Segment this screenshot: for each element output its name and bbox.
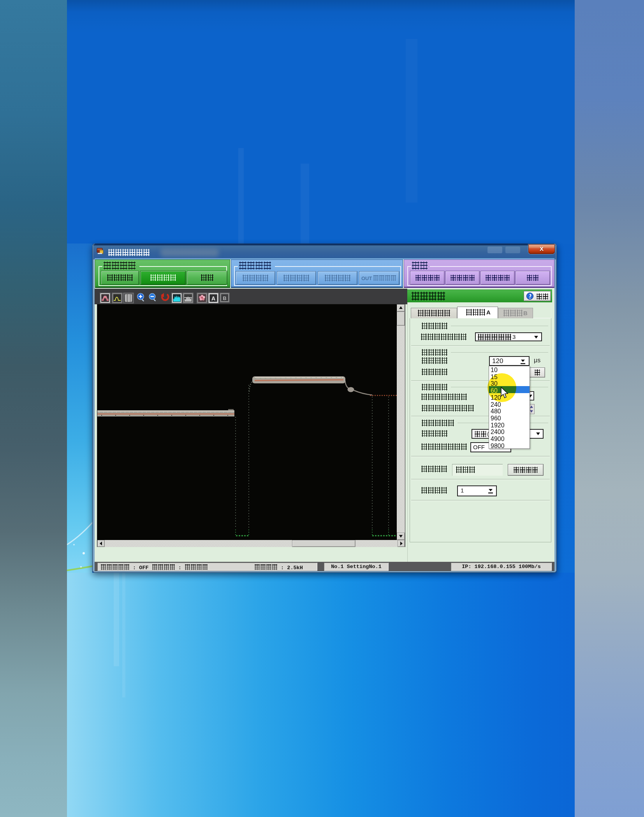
svg-text:B: B [223,295,226,301]
svg-text:A: A [211,295,215,302]
